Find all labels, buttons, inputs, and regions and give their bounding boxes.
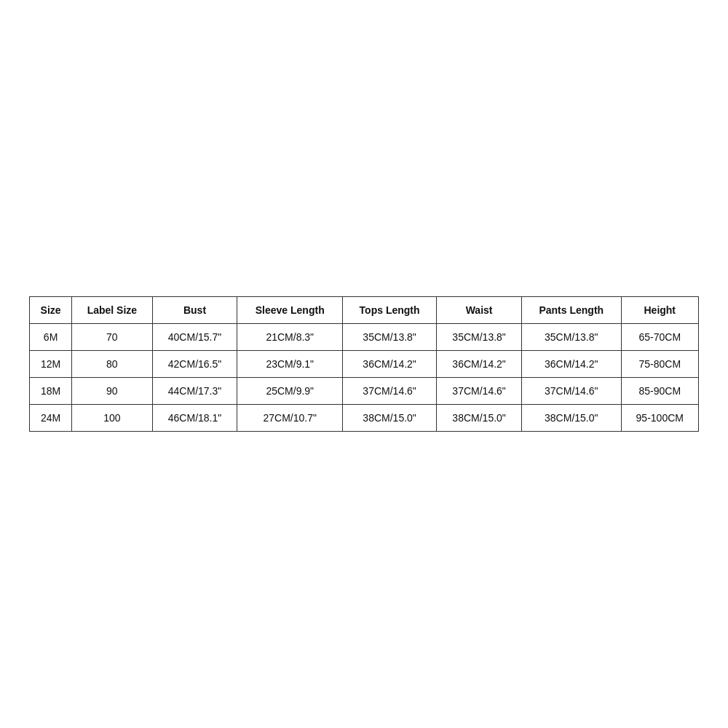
cell-tops_length-row-3: 38CM/15.0" (343, 405, 437, 432)
cell-waist-row-3: 38CM/15.0" (437, 405, 522, 432)
cell-size-row-0: 6M (30, 324, 72, 351)
cell-label_size-row-1: 80 (72, 351, 152, 378)
size-chart-container: Size Label Size Bust Sleeve Length Tops … (29, 296, 699, 432)
col-header-size: Size (30, 297, 72, 324)
cell-height-row-3: 95-100CM (621, 405, 698, 432)
cell-pants_length-row-3: 38CM/15.0" (522, 405, 622, 432)
cell-waist-row-2: 37CM/14.6" (437, 378, 522, 405)
cell-sleeve_length-row-3: 27CM/10.7" (237, 405, 343, 432)
cell-sleeve_length-row-1: 23CM/9.1" (237, 351, 343, 378)
col-header-height: Height (621, 297, 698, 324)
cell-pants_length-row-2: 37CM/14.6" (522, 378, 622, 405)
table-row: 24M10046CM/18.1"27CM/10.7"38CM/15.0"38CM… (30, 405, 699, 432)
cell-label_size-row-3: 100 (72, 405, 152, 432)
cell-size-row-1: 12M (30, 351, 72, 378)
cell-tops_length-row-0: 35CM/13.8" (343, 324, 437, 351)
size-chart-table: Size Label Size Bust Sleeve Length Tops … (29, 296, 699, 432)
table-header-row: Size Label Size Bust Sleeve Length Tops … (30, 297, 699, 324)
col-header-label-size: Label Size (72, 297, 152, 324)
cell-sleeve_length-row-0: 21CM/8.3" (237, 324, 343, 351)
col-header-tops-length: Tops Length (343, 297, 437, 324)
cell-bust-row-2: 44CM/17.3" (152, 378, 237, 405)
cell-label_size-row-0: 70 (72, 324, 152, 351)
cell-pants_length-row-1: 36CM/14.2" (522, 351, 622, 378)
cell-pants_length-row-0: 35CM/13.8" (522, 324, 622, 351)
cell-size-row-3: 24M (30, 405, 72, 432)
table-row: 6M7040CM/15.7"21CM/8.3"35CM/13.8"35CM/13… (30, 324, 699, 351)
cell-sleeve_length-row-2: 25CM/9.9" (237, 378, 343, 405)
cell-tops_length-row-2: 37CM/14.6" (343, 378, 437, 405)
cell-height-row-2: 85-90CM (621, 378, 698, 405)
col-header-pants-length: Pants Length (522, 297, 622, 324)
cell-waist-row-0: 35CM/13.8" (437, 324, 522, 351)
cell-bust-row-1: 42CM/16.5" (152, 351, 237, 378)
cell-height-row-0: 65-70CM (621, 324, 698, 351)
cell-size-row-2: 18M (30, 378, 72, 405)
col-header-waist: Waist (437, 297, 522, 324)
cell-waist-row-1: 36CM/14.2" (437, 351, 522, 378)
table-row: 12M8042CM/16.5"23CM/9.1"36CM/14.2"36CM/1… (30, 351, 699, 378)
cell-label_size-row-2: 90 (72, 378, 152, 405)
cell-tops_length-row-1: 36CM/14.2" (343, 351, 437, 378)
cell-bust-row-0: 40CM/15.7" (152, 324, 237, 351)
cell-height-row-1: 75-80CM (621, 351, 698, 378)
col-header-sleeve-length: Sleeve Length (237, 297, 343, 324)
cell-bust-row-3: 46CM/18.1" (152, 405, 237, 432)
col-header-bust: Bust (152, 297, 237, 324)
table-row: 18M9044CM/17.3"25CM/9.9"37CM/14.6"37CM/1… (30, 378, 699, 405)
